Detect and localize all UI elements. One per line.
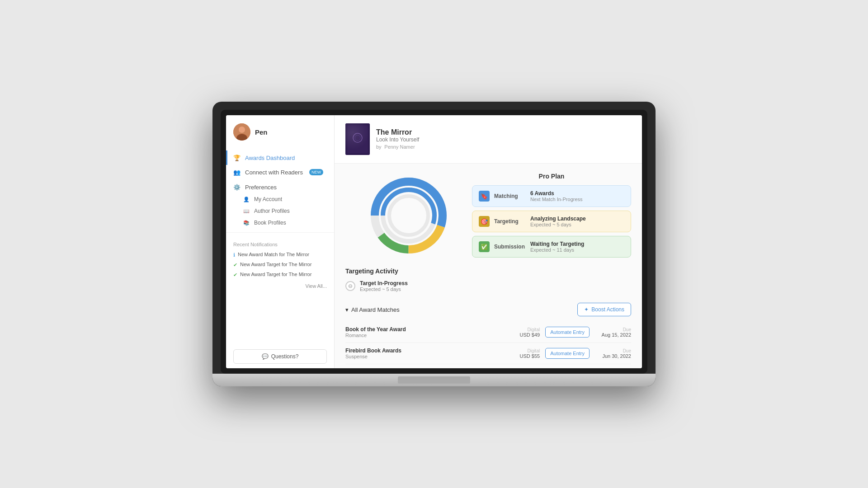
all-award-matches-toggle[interactable]: ▾ All Award Matches [345,306,400,313]
settings-icon: ⚙️ [233,184,241,191]
automate-entry-button-1[interactable]: Automate Entry [545,348,590,359]
submission-sub: Expected ~ 11 days [530,247,584,253]
svg-point-1 [239,127,245,133]
dashboard-grid: Pro Plan 🔖 Matching 6 Awards Next Match … [335,164,642,267]
users-icon: 👥 [233,169,241,176]
format-label-1: Digital [520,348,540,353]
matches-header: ▾ All Award Matches ✦ Boost Actions [345,303,631,316]
nav-section: 🏆 Awards Dashboard 👥 Connect with Reader… [226,149,334,181]
due-date-1: Jun 30, 2022 [595,353,631,359]
awards-dashboard-label: Awards Dashboard [245,155,295,161]
activity-sub: Expected ~ 5 days [360,286,408,292]
boost-label: Boost Actions [591,306,624,313]
laptop-frame: Pen 🏆 Awards Dashboard 👥 Connect with Re… [212,102,656,386]
author-name: Penny Namer [384,144,415,150]
due-label-0: Due [595,327,631,332]
person-icon: 👤 [243,197,250,202]
boost-actions-button[interactable]: ✦ Boost Actions [577,303,631,316]
award-meta-0: Digital USD $49 [520,327,540,338]
screen-bezel: Pen 🏆 Awards Dashboard 👥 Connect with Re… [221,110,647,374]
view-all-link[interactable]: View All... [233,282,327,291]
preferences-section-label: ⚙️ Preferences [226,181,334,193]
book-info: The Mirror Look Into Yourself by Penny N… [376,128,419,150]
price-1: USD $55 [520,353,540,359]
sidebar-item-connect-readers[interactable]: 👥 Connect with Readers NEW [226,165,334,179]
activity-text: Target In-Progress Expected ~ 5 days [360,280,408,292]
notification-item: ✔ New Award Target for The Mirror [233,262,327,268]
sidebar-item-my-account[interactable]: 👤 My Account [226,193,334,205]
info-icon: ℹ [233,252,235,258]
avatar [233,123,250,141]
user-name: Pen [255,128,268,136]
submission-card: ✅ Submission Waiting for Targeting Expec… [472,236,631,258]
book-open-icon: 📖 [243,208,250,214]
notif-text-0: New Award Match for The Mirror [238,252,309,257]
notifications-section: Recent Notifications ℹ New Award Match f… [226,236,334,345]
new-badge: NEW [309,169,323,175]
matching-info: 6 Awards Next Match In-Progress [530,190,583,202]
my-account-label: My Account [254,196,282,202]
activity-main: Target In-Progress [360,280,408,286]
targeting-sub: Expected ~ 5 days [530,222,586,227]
targeting-main: Analyzing Landscape [530,216,586,222]
due-info-1: Due Jun 30, 2022 [595,348,631,359]
book-profiles-label: Book Profiles [254,220,286,226]
sidebar-item-book-profiles[interactable]: 📚 Book Profiles [226,217,334,229]
book-subtitle: Look Into Yourself [376,136,419,143]
submission-main: Waiting for Targeting [530,241,584,247]
matching-label: Matching [494,193,526,199]
laptop-base [212,374,656,386]
matching-card: 🔖 Matching 6 Awards Next Match In-Progre… [472,185,631,207]
format-label-0: Digital [520,327,540,332]
book-icon: 📚 [243,220,250,226]
award-name-1: Firebird Book Awards [345,347,514,354]
submission-icon: ✅ [479,241,490,252]
svg-point-5 [353,133,362,142]
matching-icon: 🔖 [479,191,490,202]
trophy-icon: 🏆 [233,154,241,161]
pro-plan-section: Pro Plan 🔖 Matching 6 Awards Next Match … [472,173,631,258]
questions-button[interactable]: 💬 Questions? [233,349,327,364]
preferences-label-text: Preferences [245,184,277,191]
award-meta-1: Digital USD $55 [520,348,540,359]
award-info-0: Book of the Year Award Romance [345,326,514,338]
submission-label: Submission [494,244,526,250]
author-profiles-label: Author Profiles [254,208,290,214]
due-date-0: Aug 15, 2022 [595,332,631,338]
sidebar-header: Pen [226,115,334,149]
trackpad [398,376,470,384]
all-award-matches-label: All Award Matches [351,306,400,313]
laptop-screen: Pen 🏆 Awards Dashboard 👥 Connect with Re… [226,115,642,368]
notification-item: ✔ New Award Target for The Mirror [233,272,327,278]
activity-icon: ⊖ [345,281,355,291]
notif-text-2: New Award Target for The Mirror [240,272,311,277]
award-name-0: Book of the Year Award [345,326,514,333]
award-row: Literary Titan Book Award Digital Automa… [345,364,631,368]
activity-item: ⊖ Target In-Progress Expected ~ 5 days [345,280,631,292]
sidebar-item-author-profiles[interactable]: 📖 Author Profiles [226,205,334,217]
boost-icon: ✦ [584,306,589,313]
questions-label: Questions? [271,353,299,360]
svg-rect-4 [347,125,368,153]
chart-container [345,173,472,258]
award-row: Firebird Book Awards Suspense Digital US… [345,343,631,364]
book-header: The Mirror Look Into Yourself by Penny N… [335,115,642,164]
donut-chart [370,177,447,254]
targeting-section: Targeting Activity ⊖ Target In-Progress … [335,267,642,303]
check-icon: ✔ [233,272,237,278]
targeting-card: 🎯 Targeting Analyzing Landscape Expected… [472,211,631,232]
pro-plan-title: Pro Plan [472,173,631,180]
sidebar-item-awards-dashboard[interactable]: 🏆 Awards Dashboard [226,150,334,165]
award-info-1: Firebird Book Awards Suspense [345,347,514,359]
sidebar-divider [226,232,334,233]
sidebar: Pen 🏆 Awards Dashboard 👥 Connect with Re… [226,115,335,368]
author-label: by [376,144,382,150]
targeting-icon: 🎯 [479,216,490,227]
award-matches-section: ▾ All Award Matches ✦ Boost Actions Book… [335,303,642,368]
award-category-1: Suspense [345,354,514,359]
automate-entry-button-0[interactable]: Automate Entry [545,327,590,338]
submission-info: Waiting for Targeting Expected ~ 11 days [530,241,584,253]
book-cover [345,123,370,155]
price-0: USD $49 [520,332,540,338]
notif-text-1: New Award Target for The Mirror [240,262,311,267]
